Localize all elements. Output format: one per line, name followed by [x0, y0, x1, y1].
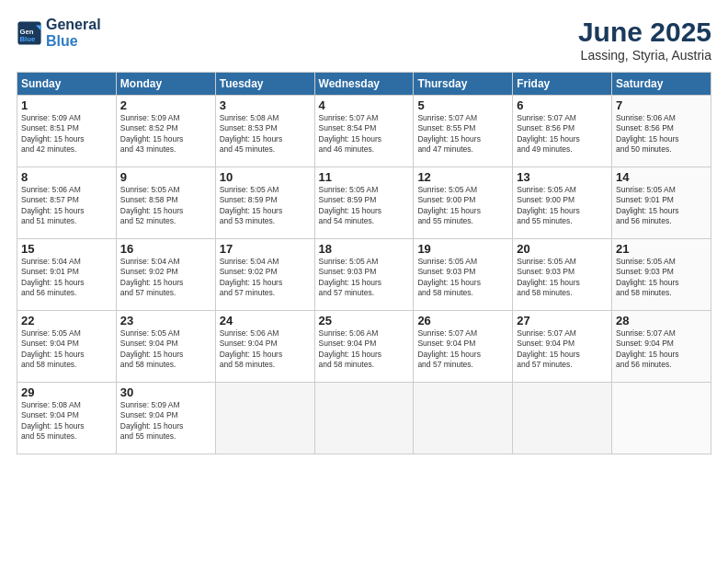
week-3: 15 Sunrise: 5:04 AM Sunset: 9:01 PM Dayl… — [17, 239, 711, 311]
day-4: 4 Sunrise: 5:07 AM Sunset: 8:54 PM Dayli… — [314, 96, 414, 167]
empty-cell-1 — [215, 383, 314, 454]
day-24: 24 Sunrise: 5:06 AM Sunset: 9:04 PM Dayl… — [215, 311, 314, 383]
day-23: 23 Sunrise: 5:05 AM Sunset: 9:04 PM Dayl… — [116, 311, 215, 383]
day-9: 9 Sunrise: 5:05 AM Sunset: 8:58 PM Dayli… — [116, 167, 215, 239]
week-4: 22 Sunrise: 5:05 AM Sunset: 9:04 PM Dayl… — [17, 311, 711, 383]
day-8: 8 Sunrise: 5:06 AM Sunset: 8:57 PM Dayli… — [17, 167, 117, 239]
header: Gen Blue General Blue June 2025 Lassing,… — [17, 17, 711, 63]
empty-cell-2 — [314, 383, 414, 454]
logo-icon: Gen Blue — [17, 20, 42, 46]
col-thursday: Thursday — [414, 73, 513, 96]
day-5: 5 Sunrise: 5:07 AM Sunset: 8:55 PM Dayli… — [414, 96, 513, 167]
calendar-table: Sunday Monday Tuesday Wednesday Thursday… — [17, 72, 711, 454]
svg-text:Blue: Blue — [20, 35, 36, 43]
day-28: 28 Sunrise: 5:07 AM Sunset: 9:04 PM Dayl… — [612, 311, 711, 383]
day-2: 2 Sunrise: 5:09 AM Sunset: 8:52 PM Dayli… — [116, 96, 215, 167]
day-17: 17 Sunrise: 5:04 AM Sunset: 9:02 PM Dayl… — [215, 239, 314, 311]
title-block: June 2025 Lassing, Styria, Austria — [578, 17, 711, 63]
day-13: 13 Sunrise: 5:05 AM Sunset: 9:00 PM Dayl… — [513, 167, 612, 239]
day-20: 20 Sunrise: 5:05 AM Sunset: 9:03 PM Dayl… — [513, 239, 612, 311]
day-6: 6 Sunrise: 5:07 AM Sunset: 8:56 PM Dayli… — [513, 96, 612, 167]
col-friday: Friday — [513, 73, 612, 96]
day-22: 22 Sunrise: 5:05 AM Sunset: 9:04 PM Dayl… — [17, 311, 117, 383]
day-3: 3 Sunrise: 5:08 AM Sunset: 8:53 PM Dayli… — [215, 96, 314, 167]
day-19: 19 Sunrise: 5:05 AM Sunset: 9:03 PM Dayl… — [414, 239, 513, 311]
col-tuesday: Tuesday — [215, 73, 314, 96]
day-29: 29 Sunrise: 5:08 AM Sunset: 9:04 PM Dayl… — [17, 383, 117, 454]
location-subtitle: Lassing, Styria, Austria — [578, 48, 711, 63]
calendar-header-row: Sunday Monday Tuesday Wednesday Thursday… — [17, 73, 711, 96]
logo-text-line1: General — [46, 17, 101, 33]
day-21: 21 Sunrise: 5:05 AM Sunset: 9:03 PM Dayl… — [612, 239, 711, 311]
day-25: 25 Sunrise: 5:06 AM Sunset: 9:04 PM Dayl… — [314, 311, 414, 383]
col-sunday: Sunday — [17, 73, 117, 96]
day-11: 11 Sunrise: 5:05 AM Sunset: 8:59 PM Dayl… — [314, 167, 414, 239]
day-1: 1 Sunrise: 5:09 AM Sunset: 8:51 PM Dayli… — [17, 96, 117, 167]
month-title: June 2025 — [578, 17, 711, 48]
day-30: 30 Sunrise: 5:09 AM Sunset: 9:04 PM Dayl… — [116, 383, 215, 454]
day-10: 10 Sunrise: 5:05 AM Sunset: 8:59 PM Dayl… — [215, 167, 314, 239]
col-saturday: Saturday — [612, 73, 711, 96]
day-7: 7 Sunrise: 5:06 AM Sunset: 8:56 PM Dayli… — [612, 96, 711, 167]
empty-cell-4 — [513, 383, 612, 454]
logo: Gen Blue General Blue — [17, 17, 101, 49]
day-18: 18 Sunrise: 5:05 AM Sunset: 9:03 PM Dayl… — [314, 239, 414, 311]
day-26: 26 Sunrise: 5:07 AM Sunset: 9:04 PM Dayl… — [414, 311, 513, 383]
col-wednesday: Wednesday — [314, 73, 414, 96]
week-2: 8 Sunrise: 5:06 AM Sunset: 8:57 PM Dayli… — [17, 167, 711, 239]
day-27: 27 Sunrise: 5:07 AM Sunset: 9:04 PM Dayl… — [513, 311, 612, 383]
empty-cell-3 — [414, 383, 513, 454]
col-monday: Monday — [116, 73, 215, 96]
day-15: 15 Sunrise: 5:04 AM Sunset: 9:01 PM Dayl… — [17, 239, 117, 311]
week-5: 29 Sunrise: 5:08 AM Sunset: 9:04 PM Dayl… — [17, 383, 711, 454]
page: Gen Blue General Blue June 2025 Lassing,… — [0, 0, 728, 563]
day-14: 14 Sunrise: 5:05 AM Sunset: 9:01 PM Dayl… — [612, 167, 711, 239]
week-1: 1 Sunrise: 5:09 AM Sunset: 8:51 PM Dayli… — [17, 96, 711, 167]
empty-cell-5 — [612, 383, 711, 454]
day-12: 12 Sunrise: 5:05 AM Sunset: 9:00 PM Dayl… — [414, 167, 513, 239]
day-16: 16 Sunrise: 5:04 AM Sunset: 9:02 PM Dayl… — [116, 239, 215, 311]
logo-text-line2: Blue — [46, 33, 101, 50]
